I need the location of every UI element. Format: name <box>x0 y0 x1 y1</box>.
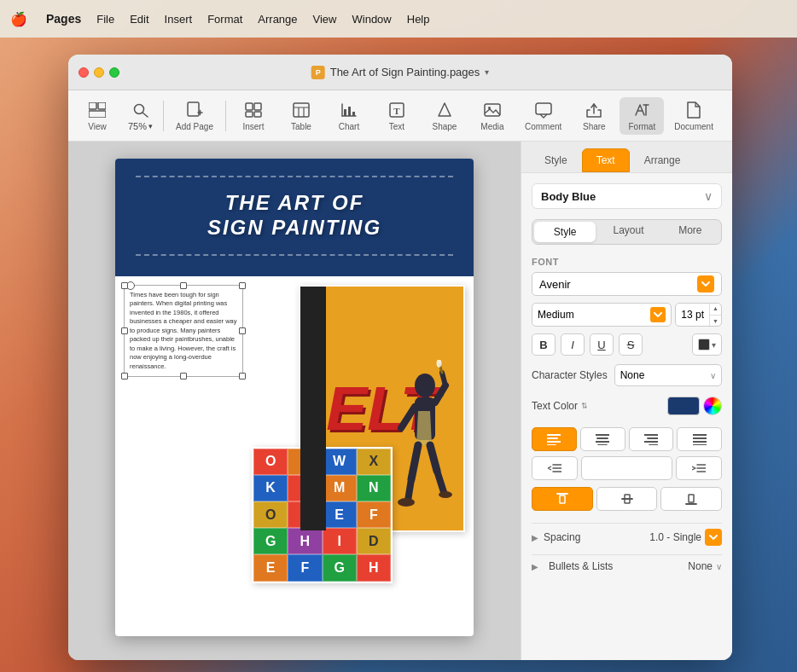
sub-tab-style[interactable]: Style <box>534 222 596 242</box>
italic-button[interactable]: I <box>561 333 585 356</box>
align-center-button[interactable] <box>580 427 625 451</box>
close-button[interactable] <box>79 67 89 78</box>
document-icon: P <box>311 66 325 79</box>
tab-style[interactable]: Style <box>530 148 582 172</box>
resize-handle-bm[interactable] <box>180 373 187 379</box>
size-increase-button[interactable]: ▲ <box>710 303 721 316</box>
resize-handle-tr[interactable] <box>239 282 246 289</box>
align-right-button[interactable] <box>629 427 674 451</box>
character-styles-value: None <box>620 369 645 381</box>
font-section-label: Font <box>532 257 722 267</box>
maximize-button[interactable] <box>109 67 119 78</box>
toolbar-table[interactable]: Table <box>279 97 323 135</box>
resize-handle-tm[interactable] <box>180 282 187 289</box>
resize-handle-tl[interactable] <box>121 282 128 289</box>
canvas-area[interactable]: THE ART OF SIGN PAINTING Times have been… <box>68 142 521 660</box>
toolbar-view[interactable]: View <box>75 97 119 135</box>
valign-top-button[interactable] <box>532 487 593 511</box>
svg-line-35 <box>435 385 445 403</box>
font-weight-value: Medium <box>538 309 574 321</box>
toolbar-divider-1 <box>163 101 164 131</box>
traffic-lights <box>79 67 119 78</box>
size-decrease-button[interactable]: ▼ <box>710 316 721 327</box>
svg-line-36 <box>442 373 445 385</box>
bullets-value: None <box>688 560 713 572</box>
share-icon <box>585 101 603 119</box>
color-swatch[interactable] <box>667 397 700 415</box>
bullets-row[interactable]: ▶ Bullets & Lists None ∨ <box>532 554 722 577</box>
text-color-picker-inline[interactable]: ▾ <box>692 333 722 356</box>
resize-handle-bl[interactable] <box>121 373 128 379</box>
toolbar-zoom[interactable]: 75%▾ <box>123 97 158 135</box>
menu-window[interactable]: Window <box>352 13 392 26</box>
resize-handle-br[interactable] <box>239 373 246 379</box>
text-color-label: Text Color ⇅ <box>532 400 588 412</box>
font-size-control[interactable]: 13 pt ▲ ▼ <box>675 303 722 327</box>
svg-rect-5 <box>188 102 199 116</box>
toolbar-share[interactable]: Share <box>572 97 616 135</box>
toolbar-document[interactable]: Document <box>667 97 720 135</box>
menu-format[interactable]: Format <box>207 13 242 26</box>
toolbar-format[interactable]: Format <box>620 97 664 135</box>
font-selector[interactable]: Avenir <box>532 272 722 296</box>
document-label: Document <box>674 122 713 131</box>
spacing-row[interactable]: ▶ Spacing 1.0 - Single <box>532 523 722 551</box>
tab-arrange[interactable]: Arrange <box>630 148 695 172</box>
toolbar-add-page[interactable]: Add Page <box>169 97 220 135</box>
sub-tab-layout[interactable]: Layout <box>597 220 659 244</box>
align-left-button[interactable] <box>532 427 577 451</box>
svg-text:T: T <box>393 106 400 116</box>
align-row <box>532 427 722 451</box>
font-name-row: Avenir <box>532 272 722 296</box>
apple-icon[interactable]: 🍎 <box>10 11 27 27</box>
media-icon <box>483 101 502 119</box>
menu-arrange[interactable]: Arrange <box>258 13 297 26</box>
indent-row <box>532 456 722 480</box>
window-title: P The Art of Sign Painting.pages ▾ <box>311 66 490 79</box>
window-title-text: The Art of Sign Painting.pages <box>330 66 480 78</box>
tab-text[interactable]: Text <box>582 148 630 172</box>
toolbar-insert[interactable]: Insert <box>231 97 276 135</box>
menu-view[interactable]: View <box>313 13 337 26</box>
style-selector-label: Body Blue <box>541 190 596 203</box>
increase-indent-button[interactable] <box>676 456 722 480</box>
svg-point-42 <box>439 491 452 498</box>
toolbar-chart[interactable]: Chart <box>327 97 371 135</box>
svg-rect-9 <box>254 103 261 110</box>
app-name[interactable]: Pages <box>46 12 81 26</box>
minimize-button[interactable] <box>94 67 104 78</box>
toolbar-text[interactable]: T Text <box>375 97 419 135</box>
toolbar-comment[interactable]: Comment <box>518 97 568 135</box>
add-page-icon <box>185 101 204 119</box>
menu-edit[interactable]: Edit <box>130 13 148 26</box>
decrease-indent-button[interactable] <box>532 456 578 480</box>
toolbar-shape[interactable]: Shape <box>422 97 467 135</box>
resize-handle-mr[interactable] <box>239 327 246 334</box>
strikethrough-button[interactable]: S <box>619 333 643 356</box>
color-wheel-icon[interactable] <box>703 397 722 415</box>
valign-bottom-button[interactable] <box>660 487 722 511</box>
title-chevron-icon[interactable]: ▾ <box>485 67 489 77</box>
menu-insert[interactable]: Insert <box>165 13 193 26</box>
underline-button[interactable]: U <box>590 333 614 356</box>
align-justify-button[interactable] <box>677 427 722 451</box>
menu-file[interactable]: File <box>96 13 114 26</box>
alignment-group <box>532 427 722 480</box>
header-dots-bottom <box>136 254 453 256</box>
toolbar-divider-2 <box>225 101 226 131</box>
resize-handle-ml[interactable] <box>121 327 128 334</box>
menu-help[interactable]: Help <box>407 13 430 26</box>
text-box[interactable]: Times have been tough for sign painters.… <box>124 285 243 378</box>
svg-rect-18 <box>344 109 346 116</box>
toolbar-media[interactable]: Media <box>470 97 515 135</box>
zoom-label: 75%▾ <box>128 121 153 131</box>
valign-middle-button[interactable] <box>596 487 658 511</box>
comment-icon <box>534 101 553 119</box>
font-weight-selector[interactable]: Medium <box>532 303 672 327</box>
style-selector[interactable]: Body Blue ∨ <box>532 183 722 209</box>
bold-button[interactable]: B <box>532 333 556 356</box>
vertical-align-row <box>532 487 722 511</box>
view-label: View <box>88 122 107 131</box>
character-styles-selector[interactable]: None ∨ <box>614 364 722 386</box>
sub-tab-more[interactable]: More <box>660 220 721 244</box>
